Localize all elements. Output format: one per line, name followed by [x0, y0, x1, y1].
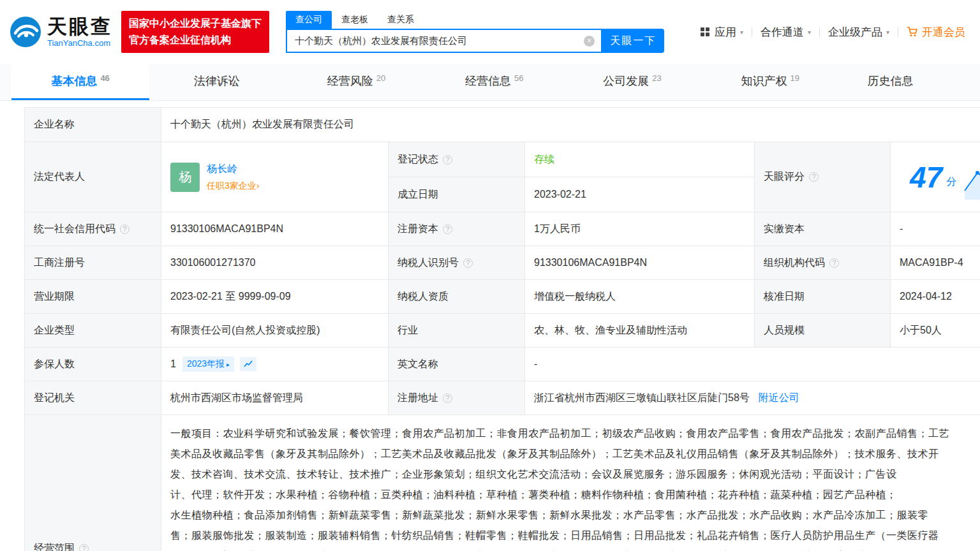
score-unit: 分: [946, 175, 956, 189]
taxpayer-id-label: 纳税人识别号 ?: [389, 246, 525, 280]
biz-reg-no-value: 330106001271370: [161, 246, 389, 280]
help-icon[interactable]: ?: [463, 258, 473, 268]
tab-intellectual-property[interactable]: 知识产权 19: [701, 64, 839, 100]
industry-value: 农、林、牧、渔专业及辅助性活动: [525, 314, 755, 348]
badge-line2: 官方备案企业征信机构: [129, 32, 262, 48]
biz-reg-no-label: 工商注册号: [25, 246, 161, 280]
company-name-label: 企业名称: [25, 108, 161, 142]
nav-apps-label: 应用: [715, 25, 736, 40]
reg-authority-label: 登记机关: [25, 381, 161, 415]
help-icon[interactable]: ?: [443, 224, 452, 234]
taxpayer-quality-value: 增值税一般纳税人: [525, 280, 755, 314]
scope-line: 售；服装服饰批发；服装制造；服装辅料销售；针纺织品销售；鞋帽零售；鞋帽批发；日用…: [170, 525, 980, 546]
reg-capital-value: 1万人民币: [525, 212, 755, 246]
clear-icon[interactable]: ×: [584, 36, 595, 47]
nav-enterprise-label: 企业级产品: [828, 25, 882, 40]
caret-down-icon: ▾: [886, 29, 889, 36]
table-row: 企业名称 十个勤天（杭州）农业发展有限责任公司: [25, 108, 980, 142]
tianyancha-logo-icon: [9, 15, 42, 48]
caret-down-icon: ▾: [740, 29, 743, 36]
paid-capital-label: 实缴资本: [755, 212, 891, 246]
legal-rep-positions-link[interactable]: 任职3家企业›: [207, 180, 259, 192]
nav-item-partner[interactable]: 合作通道 ▾: [752, 25, 819, 40]
caret-icon: ▸: [226, 361, 230, 368]
nearby-companies-link[interactable]: 附近公司: [759, 392, 799, 405]
trend-chart-icon: [244, 360, 253, 368]
tab-count: 56: [514, 73, 523, 83]
business-scope-value: 一般项目：农业科学研究和试验发展；餐饮管理；食用农产品初加工；非食用农产品初加工…: [161, 415, 980, 551]
search-tab-relation[interactable]: 查关系: [378, 11, 424, 29]
industry-label: 行业: [389, 314, 525, 348]
help-icon[interactable]: ?: [443, 155, 452, 165]
tab-label: 经营信息: [465, 73, 511, 89]
chevron-right-icon: ›: [256, 180, 260, 191]
tab-label: 历史信息: [867, 73, 913, 89]
address-value: 浙江省杭州市西湖区三墩镇山联社区后陡门58号 附近公司: [525, 381, 980, 415]
tab-label: 经营风险: [327, 73, 373, 89]
legal-rep-info: 杨长岭 任职3家企业›: [207, 163, 259, 192]
approval-date-value: 2024-04-12: [891, 280, 980, 314]
establish-date-label: 成立日期: [389, 177, 525, 212]
staff-size-label: 人员规模: [755, 314, 891, 348]
table-row: 法定代表人 杨 杨长岭 任职3家企业› 登记状态 ? 存续: [25, 142, 980, 212]
table-row: 企业类型 有限责任公司(自然人投资或控股) 行业 农、林、牧、渔专业及辅助性活动…: [25, 314, 980, 348]
tab-business-info[interactable]: 经营信息 56: [426, 64, 563, 100]
tab-count: 20: [376, 73, 385, 83]
tab-legal-proceedings[interactable]: 法律诉讼: [149, 64, 287, 100]
paid-capital-value: -: [891, 212, 980, 246]
help-icon[interactable]: ?: [443, 393, 452, 403]
reg-authority-value: 杭州市西湖区市场监督管理局: [161, 381, 389, 415]
cart-icon: [907, 26, 918, 38]
legal-rep-avatar[interactable]: 杨: [170, 163, 200, 192]
taxpayer-quality-label: 纳税人资质: [389, 280, 525, 314]
company-name-value: 十个勤天（杭州）农业发展有限责任公司: [161, 108, 980, 142]
tab-label: 法律诉讼: [194, 73, 240, 89]
scope-line: 水生植物种植；食品添加剂销售；新鲜蔬菜零售；新鲜蔬菜批发；新鲜水果零售；新鲜水果…: [170, 505, 980, 525]
page-header: 天眼查 TianYanCha.com 国家中小企业发展子基金旗下 官方备案企业征…: [0, 0, 980, 64]
scope-line: 一般项目：农业科学研究和试验发展；餐饮管理；食用农产品初加工；非食用农产品初加工…: [170, 423, 980, 444]
table-row: 成立日期 2023-02-21: [389, 177, 755, 212]
annual-report-badge[interactable]: 2023年报 ▸: [182, 356, 234, 372]
help-icon[interactable]: ?: [829, 258, 839, 268]
search-box: ×: [286, 29, 602, 53]
search-tab-boss[interactable]: 查老板: [332, 11, 378, 29]
insured-trend-button[interactable]: [240, 357, 256, 371]
tab-label: 知识产权: [741, 73, 787, 89]
score-cell[interactable]: 47 分: [891, 142, 980, 212]
logo-subtitle: TianYanCha.com: [47, 38, 112, 48]
logo-text: 天眼查 TianYanCha.com: [47, 16, 112, 48]
tab-operation-risk[interactable]: 经营风险 20: [287, 64, 425, 100]
status-date-subtable: 登记状态 ? 存续 成立日期 2023-02-21: [389, 142, 755, 212]
logo-title: 天眼查: [47, 16, 112, 38]
nav-vip-label: 开通会员: [922, 25, 965, 40]
apps-grid-icon: [700, 27, 710, 37]
help-icon[interactable]: ?: [809, 172, 819, 182]
business-term-label: 营业期限: [25, 280, 161, 314]
legal-rep-cell: 杨 杨长岭 任职3家企业›: [161, 142, 389, 212]
nav-item-enterprise[interactable]: 企业级产品 ▾: [820, 25, 898, 40]
reg-status-label: 登记状态 ?: [389, 142, 525, 177]
org-code-value: MACA91BP-4: [891, 246, 980, 280]
nav-item-vip[interactable]: 开通会员: [898, 25, 974, 40]
search-input[interactable]: [295, 36, 584, 47]
tab-count: 23: [652, 73, 661, 83]
tab-history-info[interactable]: 历史信息: [839, 64, 980, 100]
score-value: 47: [910, 163, 942, 192]
tab-basic-info[interactable]: 基本信息 46: [11, 64, 149, 100]
org-code-label: 组织机构代码 ?: [755, 246, 891, 280]
search-button[interactable]: 天眼一下: [602, 29, 664, 53]
insured-value: 1 2023年报 ▸: [161, 348, 389, 381]
tianyancha-logo[interactable]: 天眼查 TianYanCha.com: [9, 15, 112, 48]
score-trend-chart: [960, 149, 980, 205]
certification-badge: 国家中小企业发展子基金旗下 官方备案企业征信机构: [121, 11, 269, 52]
tab-label: 基本信息: [51, 73, 97, 89]
reg-capital-label: 注册资本 ?: [389, 212, 525, 246]
help-icon[interactable]: ?: [120, 224, 130, 234]
legal-rep-name-link[interactable]: 杨长岭: [207, 163, 259, 176]
help-icon[interactable]: ?: [79, 544, 89, 551]
nav-item-apps[interactable]: 应用 ▾: [692, 25, 752, 40]
reg-status-value: 存续: [525, 142, 755, 177]
tab-count: 46: [100, 73, 109, 83]
search-tab-company[interactable]: 查公司: [286, 11, 332, 29]
tab-company-development[interactable]: 公司发展 23: [563, 64, 701, 100]
